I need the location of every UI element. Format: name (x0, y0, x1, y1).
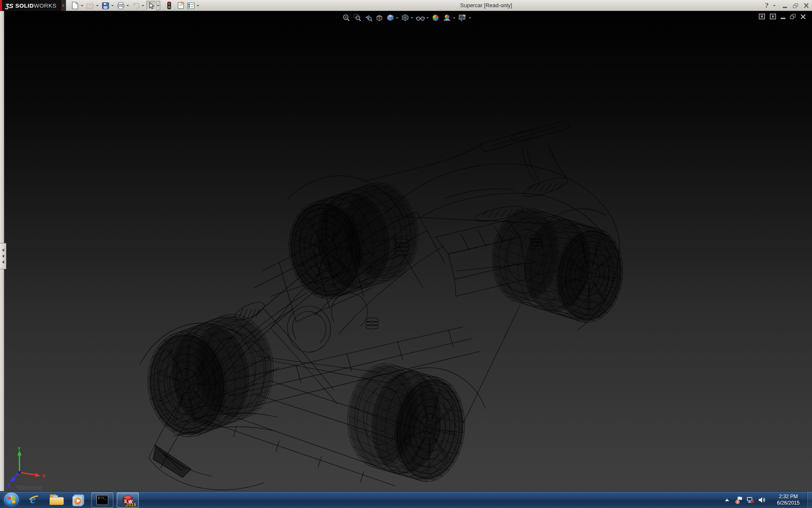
featuremanager-expand-tab[interactable] (0, 243, 6, 269)
sw-year-badge: 2015 (126, 502, 136, 507)
open-dropdown[interactable] (95, 1, 99, 10)
solidworks-cube-icon: S W 2015 (121, 493, 135, 507)
view-orientation-dropdown-icon (396, 17, 398, 19)
taskbar: e C:\_ S W (0, 491, 812, 508)
edit-appearance-button[interactable] (430, 13, 441, 23)
print-dropdown[interactable] (126, 1, 130, 10)
internet-explorer-icon: e (28, 493, 41, 507)
apply-scene-dropdown-icon (453, 17, 455, 19)
folder-icon (49, 494, 64, 506)
taskbar-command-prompt[interactable]: C:\_ (91, 492, 113, 508)
expand-featuremanager-button[interactable] (759, 14, 765, 19)
save-icon (102, 2, 109, 9)
undo-button[interactable] (131, 1, 141, 10)
print-icon (117, 2, 125, 9)
expand-display-pane-button[interactable] (770, 14, 776, 19)
expand-arrow-icon (2, 260, 4, 264)
help-dropdown[interactable] (772, 1, 776, 10)
taskbar-clock[interactable]: 2:32 PM 6/26/2015 (773, 494, 804, 506)
help-button[interactable]: ? (765, 2, 768, 9)
view-orientation-icon (386, 14, 395, 22)
save-button[interactable] (101, 1, 110, 10)
section-view-icon (375, 14, 384, 22)
open-button[interactable] (85, 1, 95, 10)
triad-z-label: Z (8, 483, 10, 488)
zoom-to-fit-button[interactable] (341, 13, 352, 23)
view-orientation-button[interactable] (385, 13, 400, 23)
previous-view-button[interactable] (363, 13, 374, 23)
rebuild-button[interactable] (164, 1, 174, 10)
document-restore-button[interactable] (790, 14, 796, 19)
options-dropdown[interactable] (196, 1, 200, 10)
window-title: Supercar [Read-only] (460, 2, 512, 8)
minimize-icon (781, 18, 785, 19)
close-icon (800, 14, 806, 19)
restore-button[interactable] (792, 3, 799, 9)
document-minimize-button[interactable] (781, 14, 785, 19)
minimize-button[interactable] (782, 3, 788, 9)
expand-arrow-icon (2, 254, 4, 258)
windows-logo-icon (8, 496, 15, 503)
close-button[interactable] (803, 3, 809, 9)
close-icon (804, 3, 809, 8)
volume-icon[interactable] (758, 496, 766, 504)
wheel-front-left (141, 310, 280, 441)
triad-y-label: Y (18, 447, 21, 451)
clock-date: 6/26/2015 (773, 500, 804, 506)
new-dropdown[interactable] (80, 1, 84, 10)
print-button[interactable] (116, 1, 126, 10)
zoom-to-fit-icon (342, 14, 351, 22)
hide-show-items-button[interactable] (414, 13, 430, 23)
taskbar-media-player[interactable] (69, 492, 88, 508)
zoom-to-area-icon (353, 14, 362, 22)
save-dropdown[interactable] (110, 1, 115, 10)
select-button[interactable] (146, 1, 156, 10)
triad-x-label: X (42, 474, 45, 478)
restore-icon (793, 3, 798, 8)
command-prompt-icon: C:\_ (96, 495, 108, 505)
options-icon (187, 2, 195, 9)
ds-logo-glyph: ƷS (5, 2, 13, 9)
display-style-button[interactable] (400, 13, 414, 23)
action-center-icon[interactable] (735, 496, 743, 504)
taskbar-internet-explorer[interactable]: e (25, 492, 44, 508)
expand-left-pane-icon (759, 14, 765, 19)
new-button[interactable] (70, 1, 80, 10)
taskbar-solidworks-2015[interactable]: S W 2015 (117, 492, 139, 508)
menu-expand-button[interactable] (61, 0, 66, 11)
section-view-button[interactable] (374, 13, 385, 23)
wheel-rear-right (486, 204, 629, 326)
start-button[interactable] (3, 492, 19, 508)
main-toolbar (70, 1, 201, 10)
select-cursor-icon (148, 2, 154, 9)
select-dropdown[interactable] (156, 1, 160, 10)
view-settings-button[interactable] (457, 13, 472, 23)
media-player-icon (72, 494, 85, 506)
network-status-icon[interactable] (746, 496, 755, 504)
menu-expand-arrow-icon (63, 4, 65, 7)
file-properties-button[interactable] (176, 1, 186, 10)
expand-right-pane-icon (770, 14, 776, 19)
undo-icon (132, 2, 140, 9)
options-button[interactable] (186, 1, 196, 10)
hide-show-items-dropdown-icon (426, 17, 429, 19)
apply-scene-button[interactable] (441, 13, 457, 23)
new-document-icon (71, 2, 79, 9)
undo-dropdown[interactable] (141, 1, 145, 10)
document-window-controls (759, 14, 806, 19)
taskbar-windows-explorer[interactable] (47, 492, 66, 508)
show-desktop-button[interactable] (807, 491, 812, 508)
view-settings-icon (458, 14, 467, 22)
model-viewport[interactable]: Y X Z *Dimetric (0, 11, 812, 491)
minimize-icon (783, 7, 787, 8)
zoom-to-area-button[interactable] (352, 13, 363, 23)
document-close-button[interactable] (800, 14, 806, 19)
eyeglasses-icon (416, 14, 425, 22)
supercar-wireframe (0, 11, 812, 491)
apply-scene-icon (442, 14, 452, 22)
coil-spring-3 (366, 318, 379, 329)
wheel-front-right (342, 360, 470, 485)
previous-view-icon (364, 14, 373, 22)
edit-appearance-icon (431, 14, 440, 22)
show-hidden-icons-button[interactable] (725, 499, 729, 501)
